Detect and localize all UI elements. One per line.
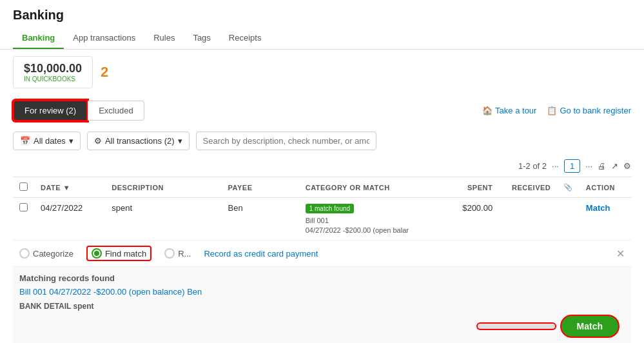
for-review-tab[interactable]: For review (2)	[13, 100, 88, 121]
row1-action[interactable]: Match	[580, 198, 631, 240]
table-wrapper: DATE ▼ DESCRIPTION PAYEE CATEGORY OR MAT…	[0, 177, 644, 343]
matching-title: Matching records found	[19, 273, 625, 283]
excluded-tab[interactable]: Excluded	[88, 101, 144, 121]
radio-record[interactable]: R...	[164, 248, 191, 259]
radio-options: Categorize Find match R...	[13, 240, 631, 267]
tab-tags[interactable]: Tags	[184, 28, 219, 49]
qb-box: $10,000.00 IN QUICKBOOKS	[13, 56, 93, 88]
close-expanded-button[interactable]: ✕	[616, 248, 625, 260]
header-spent: SPENT	[441, 177, 499, 198]
filters-bar: 📅 All dates ▾ ⚙ All transactions (2) ▾	[0, 126, 644, 155]
take-a-tour-link[interactable]: 🏠 Take a tour	[482, 106, 536, 115]
header-checkbox[interactable]	[13, 177, 34, 198]
pagination-dots-2: ···	[585, 161, 592, 171]
tab-receipts[interactable]: Receipts	[220, 28, 271, 49]
chevron-down-icon-2: ▾	[178, 136, 182, 146]
pagination-bar: 1-2 of 2 ··· 1 ··· 🖨 ↗ ⚙	[0, 155, 644, 177]
calendar-icon: 📅	[20, 136, 30, 146]
row1-date: 04/27/2022	[34, 198, 105, 240]
header-attach: 📎	[557, 177, 580, 198]
row1-category: 1 match found Bill 00104/27/2022 -$200.0…	[299, 198, 441, 240]
arrow-indicator	[478, 324, 555, 329]
pagination-dots: ···	[552, 161, 559, 171]
match-action-row: Match	[19, 311, 625, 342]
transactions-filter-button[interactable]: ⚙ All transactions (2) ▾	[87, 132, 190, 150]
find-match-radio-button[interactable]	[92, 248, 102, 259]
date-filter-button[interactable]: 📅 All dates ▾	[13, 132, 81, 150]
header-action: ACTION	[580, 177, 631, 198]
header-received: RECEIVED	[499, 177, 557, 198]
match-badge: 1 match found	[306, 204, 354, 213]
qb-summary: $10,000.00 IN QUICKBOOKS 2	[0, 50, 644, 95]
record-as-credit-link[interactable]: Record as credit card payment	[204, 249, 318, 259]
nav-tabs: Banking App transactions Rules Tags Rece…	[0, 28, 644, 50]
export-icon[interactable]: ↗	[611, 161, 618, 171]
table-header-row: DATE ▼ DESCRIPTION PAYEE CATEGORY OR MAT…	[13, 177, 631, 198]
expanded-row-content: Categorize Find match R...	[13, 240, 631, 344]
pagination-range: 1-2 of 2	[518, 161, 547, 171]
expanded-row: Categorize Find match R...	[13, 240, 631, 344]
page-header: Banking Banking App transactions Rules T…	[0, 0, 644, 50]
row1-received	[499, 198, 557, 240]
search-input[interactable]	[196, 132, 376, 150]
row1-checkbox[interactable]	[13, 198, 34, 240]
matching-section: Matching records found Bill 001 04/27/20…	[13, 267, 631, 343]
tour-icon: 🏠	[482, 106, 493, 115]
match-button[interactable]: Match	[561, 316, 618, 337]
page-title: Banking	[13, 8, 631, 28]
row1-attach	[557, 198, 580, 240]
qb-count: 2	[101, 64, 108, 81]
table-row: 04/27/2022 spent Ben 1 match found Bill …	[13, 198, 631, 240]
radio-find-match[interactable]: Find match	[86, 246, 151, 261]
settings-icon[interactable]: ⚙	[623, 161, 631, 171]
header-payee: PAYEE	[222, 177, 299, 198]
bank-register-link[interactable]: 📋 Go to bank register	[547, 106, 631, 115]
matching-item[interactable]: Bill 001 04/27/2022 -$200.00 (open balan…	[19, 287, 625, 297]
tab-rules[interactable]: Rules	[144, 28, 184, 49]
row1-description: spent	[105, 198, 221, 240]
categorize-radio-button[interactable]	[19, 248, 30, 259]
print-icon[interactable]: 🖨	[598, 161, 606, 171]
record-radio-button[interactable]	[164, 248, 175, 259]
radio-categorize[interactable]: Categorize	[19, 248, 73, 259]
row1-spent: $200.00	[441, 198, 499, 240]
current-page[interactable]: 1	[564, 159, 580, 173]
transactions-table: DATE ▼ DESCRIPTION PAYEE CATEGORY OR MAT…	[13, 177, 631, 343]
chevron-down-icon: ▾	[69, 136, 73, 146]
qb-amount: $10,000.00	[24, 62, 82, 75]
tab-banking[interactable]: Banking	[13, 28, 64, 49]
bank-detail: BANK DETAIL spent	[19, 302, 625, 311]
row1-payee: Ben	[222, 198, 299, 240]
header-category: CATEGORY OR MATCH	[299, 177, 441, 198]
match-detail: Bill 00104/27/2022 -$200.00 (open balar	[306, 217, 409, 234]
header-date: DATE ▼	[34, 177, 105, 198]
tab-app-transactions[interactable]: App transactions	[64, 28, 144, 49]
header-description: DESCRIPTION	[105, 177, 221, 198]
review-tabs: For review (2) Excluded	[13, 100, 144, 121]
filter-icon: ⚙	[94, 136, 102, 146]
review-right-links: 🏠 Take a tour 📋 Go to bank register	[482, 106, 631, 115]
review-bar: For review (2) Excluded 🏠 Take a tour 📋 …	[0, 95, 644, 126]
register-icon: 📋	[547, 106, 557, 115]
qb-label: IN QUICKBOOKS	[24, 75, 82, 83]
